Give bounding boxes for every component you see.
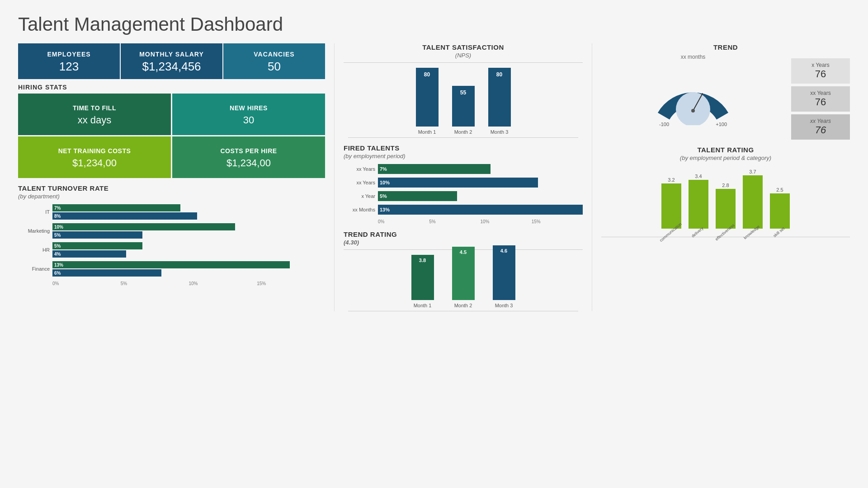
list-item: xx Years 10% <box>344 178 583 188</box>
middle-column: TALENT SATISFACTION (NPS) 80 Month 1 55 … <box>335 43 592 311</box>
kpi-row: EMPLOYEES 123 MONTHLY SALARY $1,234,456 … <box>18 43 325 79</box>
satisfaction-chart: 80 Month 1 55 Month 2 80 Month 3 <box>348 66 578 138</box>
kpi-employees: EMPLOYEES 123 <box>18 43 120 79</box>
trend-item-2: xx Years 76 <box>791 86 850 112</box>
kpi-vacancies: VACANCIES 50 <box>223 43 325 79</box>
trend-item-3: xx Years 76 <box>791 114 850 140</box>
turnover-section: TALENT TURNOVER RATE (by department) IT … <box>18 184 325 286</box>
kpi-salary: MONTHLY SALARY $1,234,456 <box>121 43 222 79</box>
page-title: Talent Management Dashboard <box>18 14 850 35</box>
hiring-costs-per-hire: COSTS PER HIRE $1,234,00 <box>172 136 325 178</box>
gauge-svg <box>655 62 731 125</box>
hiring-time-to-fill: TIME TO FILL xx days <box>18 94 171 135</box>
tr-bar-knowledge: 3.7 knowledge <box>741 169 764 235</box>
table-row: IT 7% 8% <box>18 204 325 220</box>
bar-month2: 55 Month 2 <box>452 86 475 135</box>
tr-bar-effectiveness: 2.8 effectiveness <box>714 183 737 235</box>
trend-section: TREND xx months <box>601 43 850 140</box>
table-row: Finance 13% 6% <box>18 261 325 277</box>
satisfaction-section: TALENT SATISFACTION (NPS) 80 Month 1 55 … <box>344 43 583 138</box>
trend-rating-chart: 3.8 Month 1 4.5 Month 2 4.6 Month 3 <box>348 253 578 311</box>
list-item: xx Months 13% <box>344 205 583 215</box>
tr-bar-comm: 3.2 communication <box>660 177 683 235</box>
trend-rating-section: TREND RATING (4.30) 3.8 Month 1 4.5 Mont… <box>344 230 583 311</box>
trend-item-1: x Years 76 <box>791 58 850 84</box>
fired-chart: xx Years 7% xx Years 10% x Year 5% xx Mo… <box>344 164 583 215</box>
turnover-chart: IT 7% 8% Marketing 10% 5% HR <box>18 204 325 277</box>
tr-bar-delivery: 3.4 delivery <box>687 174 710 235</box>
bar-month3: 80 Month 3 <box>488 68 511 135</box>
fired-talents-section: FIRED TALENTS (by employment period) xx … <box>344 144 583 224</box>
fired-axis: 0% 5% 10% 15% <box>378 219 583 224</box>
trend-bar-month2: 4.5 Month 2 <box>452 247 475 308</box>
hiring-grid: TIME TO FILL xx days NEW HIRES 30 NET TR… <box>18 94 325 178</box>
trend-list: x Years 76 xx Years 76 xx Years 76 <box>791 58 850 140</box>
tr-bar-skillset: 2.5 skill set <box>769 187 791 235</box>
hiring-training-costs: NET TRAINING COSTS $1,234,00 <box>18 136 171 178</box>
trend-bar-month1: 3.8 Month 1 <box>411 255 434 308</box>
hiring-stats-label: HIRING STATS <box>18 84 325 91</box>
right-column: TREND xx months <box>592 43 850 311</box>
svg-point-0 <box>676 92 710 125</box>
axis-labels: 0% 5% 10% 15% <box>52 281 325 286</box>
gauge-container: xx months -100 +100 <box>601 54 785 127</box>
talent-rating-chart: 3.2 communication 3.4 delivery 2.8 effec… <box>601 165 850 237</box>
table-row: HR 5% 4% <box>18 242 325 258</box>
trend-bar-month3: 4.6 Month 3 <box>493 245 515 308</box>
list-item: xx Years 7% <box>344 164 583 174</box>
talent-rating-section: TALENT RATING (by employment period & ca… <box>601 146 850 237</box>
bar-month1: 80 Month 1 <box>416 68 439 135</box>
table-row: Marketing 10% 5% <box>18 223 325 239</box>
svg-point-2 <box>691 109 695 113</box>
hiring-new-hires: NEW HIRES 30 <box>172 94 325 135</box>
list-item: x Year 5% <box>344 191 583 201</box>
